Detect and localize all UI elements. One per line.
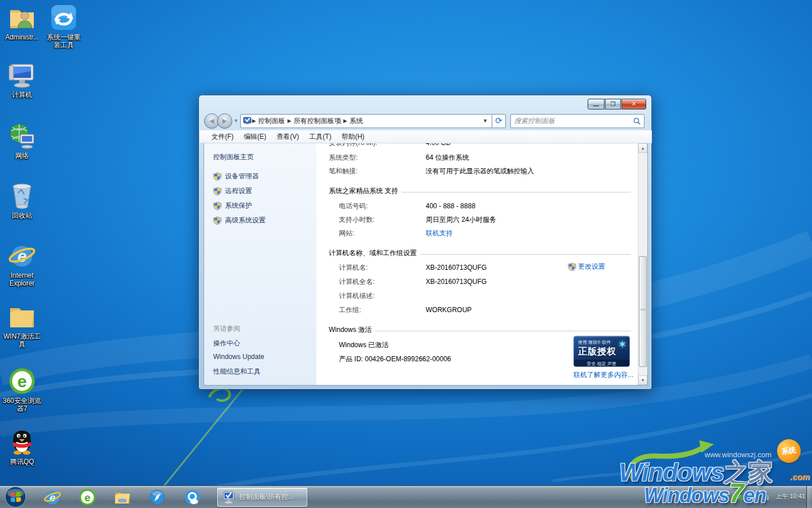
menu-view[interactable]: 查看(V) bbox=[271, 132, 304, 142]
icon-label: 360安全浏览 器7 bbox=[0, 397, 44, 413]
address-bar[interactable]: ▶ 控制面板 ▶ 所有控制面板项 ▶ 系统 ▼ bbox=[240, 114, 492, 128]
menu-bar: 文件(F) 编辑(E) 查看(V) 工具(T) 帮助(H) bbox=[200, 130, 652, 143]
breadcrumb-system[interactable]: 系统 bbox=[347, 116, 365, 126]
sidebar-link-label: 操作中心 bbox=[213, 339, 240, 348]
scroll-down-arrow[interactable]: ▼ bbox=[638, 375, 647, 385]
learn-more-link[interactable]: 联机了解更多内容... bbox=[573, 370, 633, 380]
taskbar-qq-browser-icon[interactable] bbox=[183, 488, 201, 506]
section-computer-name: 计算机名称、域和工作组设置 bbox=[329, 248, 631, 258]
change-settings-link[interactable]: 更改设置 bbox=[568, 262, 605, 271]
section-support: 系统之家精品系统 支持 bbox=[329, 186, 631, 196]
sidebar-task-label: 远程设置 bbox=[225, 186, 252, 196]
folder-icon bbox=[8, 303, 36, 331]
ie-icon: e bbox=[8, 242, 36, 270]
desktop-icon-360-browser[interactable]: e 360安全浏览 器7 bbox=[0, 367, 44, 413]
sidebar-task-label: 系统保护 bbox=[225, 201, 252, 211]
taskbar-ie-icon[interactable]: e bbox=[43, 488, 61, 506]
sidebar-task-label: 设备管理器 bbox=[225, 172, 259, 181]
breadcrumb-all-items[interactable]: 所有控制面板项 bbox=[292, 116, 343, 126]
search-input[interactable]: 搜索控制面板 bbox=[514, 116, 633, 126]
scrollbar-thumb[interactable] bbox=[639, 256, 647, 367]
desktop-icon-qq[interactable]: 腾讯QQ bbox=[0, 428, 44, 466]
forward-button[interactable]: ► bbox=[217, 113, 232, 129]
icon-label: Internet Explorer bbox=[0, 271, 44, 288]
refresh-button[interactable]: ⟳ bbox=[492, 114, 506, 128]
icon-label: 系统一键重 装工具 bbox=[42, 33, 86, 50]
genuine-software-badge[interactable]: ✶ 使用 微软® 软件 正版授权 安全 稳定 声誉 bbox=[573, 336, 630, 367]
desktop-icon-win7-activator[interactable]: WIN7激活工 具 bbox=[0, 303, 44, 349]
minimize-button[interactable]: — bbox=[588, 99, 604, 110]
taskbar-active-window-button[interactable]: 控制面板\所有控... bbox=[217, 488, 307, 507]
menu-tools[interactable]: 工具(T) bbox=[304, 132, 336, 142]
uac-shield-icon bbox=[213, 202, 222, 210]
desktop-icon-recycle-bin[interactable]: 回收站 bbox=[0, 182, 44, 220]
menu-help[interactable]: 帮助(H) bbox=[337, 132, 370, 142]
desktop-icon-network[interactable]: 网络 bbox=[0, 122, 44, 160]
info-row-website: 网站:联机支持 bbox=[339, 229, 453, 238]
uac-shield-icon bbox=[213, 216, 222, 225]
sidebar-action-center[interactable]: 操作中心 bbox=[213, 339, 240, 348]
close-button[interactable]: ✕ bbox=[621, 99, 646, 110]
sidebar-home-link[interactable]: 控制面板主页 bbox=[213, 152, 254, 162]
taskbar-360-browser-icon[interactable]: e bbox=[78, 488, 96, 506]
online-support-link[interactable]: 联机支持 bbox=[426, 229, 453, 237]
restore-button[interactable]: ❐ bbox=[605, 99, 621, 110]
taskbar-compass-browser-icon[interactable] bbox=[148, 488, 166, 506]
icon-label: 计算机 bbox=[0, 91, 44, 99]
recycle-bin-icon bbox=[8, 182, 36, 210]
sidebar-windows-update[interactable]: Windows Update bbox=[213, 353, 264, 361]
svg-text:e: e bbox=[17, 372, 27, 391]
qq-penguin-icon bbox=[8, 428, 36, 456]
info-row-computer-name: 计算机名:XB-20160713QUFG bbox=[339, 263, 487, 273]
sidebar-system-protection[interactable]: 系统保护 bbox=[213, 201, 252, 211]
desktop-icon-administrator[interactable]: Administr... bbox=[0, 3, 44, 41]
breadcrumb-arrow: ▶ bbox=[252, 118, 256, 124]
desktop-icon-internet-explorer[interactable]: e Internet Explorer bbox=[0, 242, 44, 288]
watermark-brand-line1: Windows之家 bbox=[619, 456, 773, 489]
change-settings-label: 更改设置 bbox=[578, 262, 605, 271]
show-desktop-button[interactable] bbox=[806, 486, 812, 508]
sidebar-home-label: 控制面板主页 bbox=[213, 152, 254, 162]
section-windows-activation: Windows 激活 bbox=[329, 325, 631, 335]
computer-icon bbox=[8, 61, 36, 89]
window-content: 控制面板主页 设备管理器 bbox=[204, 143, 648, 386]
desktop-icon-reinstall-tool[interactable]: 系统一键重 装工具 bbox=[42, 3, 86, 50]
scroll-up-arrow[interactable]: ▲ bbox=[638, 143, 647, 153]
security-shield-check-icon[interactable] bbox=[734, 492, 743, 501]
taskbar-button-label: 控制面板\所有控... bbox=[239, 492, 294, 502]
hidden-icons-chevron[interactable]: ▲ bbox=[710, 494, 716, 500]
watermark-com-suffix: .com bbox=[790, 472, 810, 481]
menu-file[interactable]: 文件(F) bbox=[206, 132, 239, 142]
breadcrumb-arrow: ▶ bbox=[343, 118, 347, 124]
taskbar-explorer-icon[interactable] bbox=[113, 488, 131, 506]
desktop-icon-computer[interactable]: 计算机 bbox=[0, 61, 44, 99]
sidebar-device-manager[interactable]: 设备管理器 bbox=[213, 172, 259, 181]
tray-clock[interactable]: 上午 10:41 bbox=[775, 493, 805, 500]
sidebar-see-also-header: 另请参阅 bbox=[213, 324, 240, 334]
user-folder-icon bbox=[8, 3, 36, 32]
menu-edit[interactable]: 编辑(E) bbox=[239, 132, 271, 142]
volume-icon[interactable] bbox=[748, 493, 757, 501]
action-center-flag-icon[interactable] bbox=[721, 493, 729, 501]
breadcrumb-control-panel[interactable]: 控制面板 bbox=[256, 116, 288, 126]
sidebar-link-label: 性能信息和工具 bbox=[213, 367, 261, 376]
sidebar: 控制面板主页 设备管理器 bbox=[204, 143, 316, 385]
badge-line3: 安全 稳定 声誉 bbox=[574, 360, 629, 367]
icon-label: WIN7激活工 具 bbox=[0, 332, 44, 349]
taskbar: e e bbox=[0, 485, 812, 508]
start-button[interactable] bbox=[5, 486, 27, 508]
vertical-scrollbar[interactable]: ▲ ▼ bbox=[638, 143, 647, 385]
watermark-badge: 系统 bbox=[775, 437, 802, 464]
sidebar-advanced-settings[interactable]: 高级系统设置 bbox=[213, 216, 266, 225]
sidebar-performance-tools[interactable]: 性能信息和工具 bbox=[213, 367, 261, 376]
network-icon[interactable] bbox=[762, 493, 770, 501]
address-dropdown-caret[interactable]: ▼ bbox=[480, 118, 491, 124]
search-box[interactable]: 搜索控制面板 bbox=[510, 114, 645, 128]
sidebar-remote-settings[interactable]: 远程设置 bbox=[213, 186, 252, 196]
info-row-full-name: 计算机全名:XB-20160713QUFG bbox=[339, 277, 487, 287]
icon-label: 腾讯QQ bbox=[0, 458, 44, 466]
search-icon bbox=[633, 117, 641, 125]
watermark-url: www.windowszj.com bbox=[705, 450, 771, 459]
recent-pages-chevron[interactable]: ▼ bbox=[233, 118, 239, 124]
info-row-system-type: 系统类型:64 位操作系统 bbox=[329, 153, 469, 163]
